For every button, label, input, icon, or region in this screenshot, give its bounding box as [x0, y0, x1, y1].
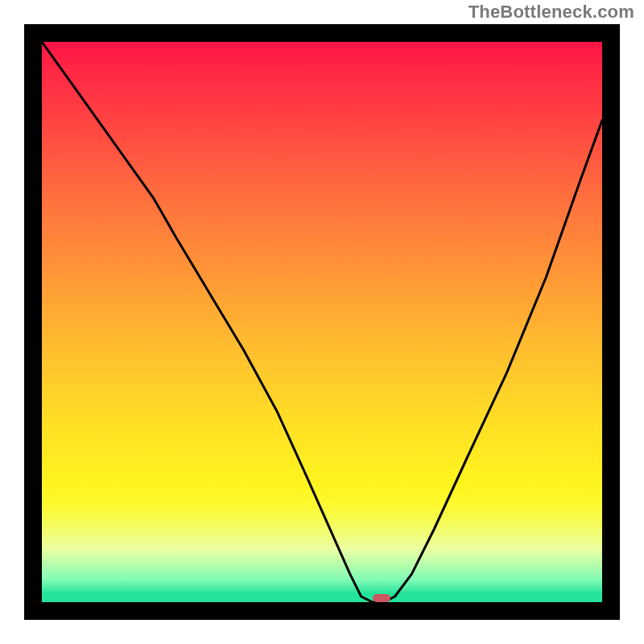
bottleneck-curve: [42, 42, 602, 602]
plot-area: [24, 24, 620, 620]
chart-frame: TheBottleneck.com: [0, 0, 644, 644]
optimum-marker: [373, 594, 390, 602]
watermark-text: TheBottleneck.com: [469, 2, 634, 23]
